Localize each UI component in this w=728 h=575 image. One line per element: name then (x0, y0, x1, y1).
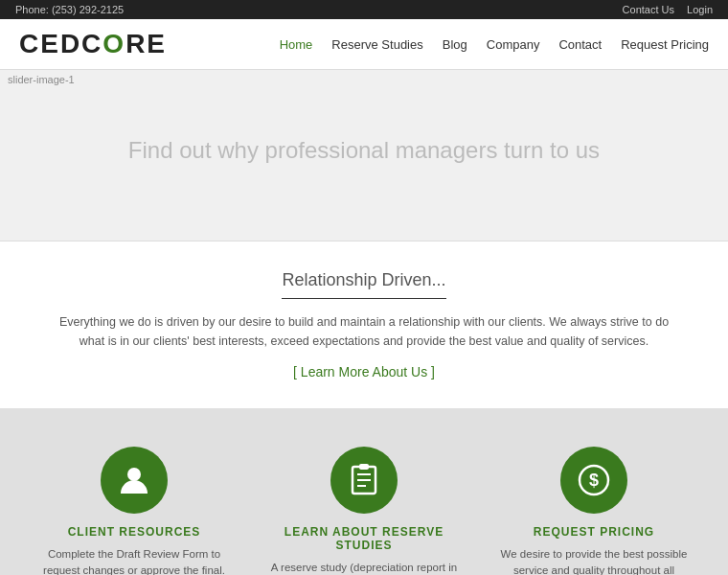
site-logo: CEDCORE (19, 29, 167, 59)
svg-text:$: $ (589, 471, 599, 490)
mission-title: Relationship Driven... (282, 270, 445, 299)
client-resources-desc: Complete the Draft Review Form to reques… (29, 546, 239, 575)
nav-home[interactable]: Home (280, 37, 313, 52)
nav-blog[interactable]: Blog (443, 37, 467, 52)
reserve-studies-icon (330, 447, 398, 514)
request-pricing-desc: We desire to provide the best possible s… (489, 546, 699, 575)
features-section: CLIENT RESOURCES Complete the Draft Revi… (0, 408, 728, 575)
nav-contact[interactable]: Contact (558, 37, 602, 52)
contact-us-link[interactable]: Contact Us (623, 4, 674, 15)
logo-dot: O (102, 29, 125, 58)
feature-card-client-resources: CLIENT RESOURCES Complete the Draft Revi… (29, 447, 239, 575)
reserve-studies-desc: A reserve study (depreciation report in … (259, 560, 469, 575)
client-resources-icon (101, 447, 168, 514)
svg-point-0 (127, 468, 141, 481)
client-resources-title: CLIENT RESOURCES (29, 525, 239, 539)
mission-section: Relationship Driven... Everything we do … (0, 242, 728, 408)
request-pricing-title: REQUEST PRICING (489, 525, 699, 539)
svg-rect-5 (359, 464, 369, 470)
slider-label: slider-image-1 (0, 70, 728, 89)
nav-request-pricing[interactable]: Request Pricing (621, 37, 709, 52)
learn-more-link[interactable]: [ Learn More About Us ] (293, 364, 435, 380)
nav-company[interactable]: Company (487, 37, 540, 52)
reserve-studies-title: LEARN ABOUT RESERVE STUDIES (259, 525, 469, 552)
phone-number: Phone: (253) 292-2125 (15, 4, 124, 15)
hero-slider: slider-image-1 Find out why professional… (0, 69, 728, 242)
mission-body: Everything we do is driven by our desire… (57, 312, 671, 351)
top-bar: Phone: (253) 292-2125 Contact Us Login (0, 0, 728, 19)
feature-card-reserve-studies: LEARN ABOUT RESERVE STUDIES A reserve st… (259, 447, 469, 575)
slider-headline: Find out why professional managers turn … (0, 89, 728, 221)
login-link[interactable]: Login (687, 4, 713, 15)
site-header: CEDCORE Home Reserve Studies Blog Compan… (0, 19, 728, 69)
feature-card-request-pricing: $ REQUEST PRICING We desire to provide t… (489, 447, 699, 575)
request-pricing-icon: $ (560, 447, 627, 514)
nav-reserve-studies[interactable]: Reserve Studies (331, 37, 422, 52)
main-nav: Home Reserve Studies Blog Company Contac… (280, 37, 709, 52)
